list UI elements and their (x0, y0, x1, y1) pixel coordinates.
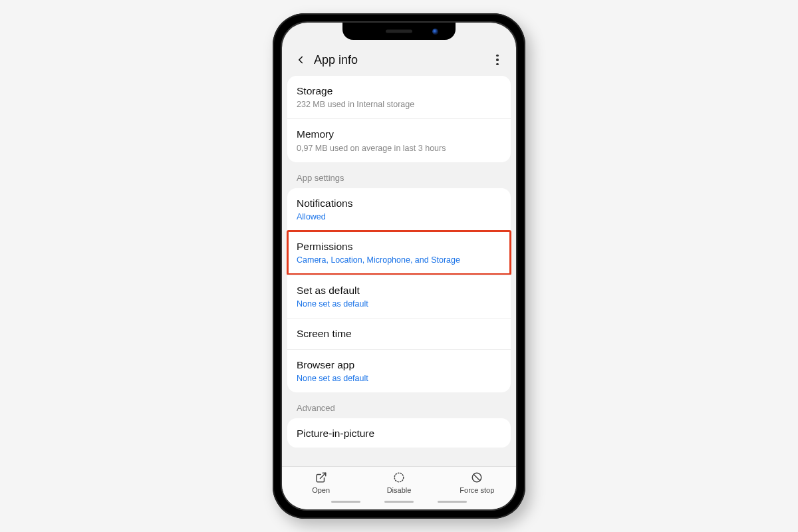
disable-button[interactable]: Disable (369, 471, 429, 494)
row-title: Permissions (297, 240, 501, 253)
section-header-app-settings: App settings (287, 169, 511, 188)
picture-in-picture-row[interactable]: Picture-in-picture (287, 418, 511, 448)
usage-card: Storage 232 MB used in Internal storage … (287, 76, 511, 162)
svg-line-3 (474, 474, 480, 480)
more-vert-icon (496, 55, 499, 57)
settings-scroll-area[interactable]: Storage 232 MB used in Internal storage … (282, 76, 516, 466)
phone-frame: App info Storage 232 MB used in Internal… (273, 13, 525, 519)
back-button[interactable] (291, 51, 310, 69)
permissions-row[interactable]: Permissions Camera, Location, Microphone… (287, 231, 511, 274)
row-title: Memory (297, 128, 501, 141)
notifications-row[interactable]: Notifications Allowed (287, 188, 511, 231)
button-label: Force stop (460, 486, 494, 494)
set-default-row[interactable]: Set as default None set as default (287, 275, 511, 318)
bottom-action-bar: Open Disable Force stop (282, 466, 516, 497)
chevron-left-icon (295, 54, 307, 66)
row-subtitle: Camera, Location, Microphone, and Storag… (297, 255, 501, 265)
button-label: Disable (387, 486, 412, 494)
row-title: Notifications (297, 197, 501, 210)
row-subtitle: None set as default (297, 299, 501, 309)
browser-app-row[interactable]: Browser app None set as default (287, 349, 511, 392)
force-stop-icon (470, 471, 483, 484)
memory-row[interactable]: Memory 0,97 MB used on average in last 3… (287, 118, 511, 162)
advanced-card: Picture-in-picture (287, 418, 511, 448)
screen-time-row[interactable]: Screen time (287, 318, 511, 349)
notch (342, 23, 456, 40)
storage-row[interactable]: Storage 232 MB used in Internal storage (287, 76, 511, 118)
button-label: Open (312, 486, 330, 494)
row-subtitle: 232 MB used in Internal storage (297, 99, 501, 110)
svg-point-1 (394, 473, 404, 482)
force-stop-button[interactable]: Force stop (447, 471, 507, 494)
app-header: App info (282, 41, 516, 76)
screen: App info Storage 232 MB used in Internal… (282, 23, 516, 509)
open-icon (315, 471, 328, 484)
section-header-advanced: Advanced (287, 399, 511, 418)
row-title: Storage (297, 84, 501, 98)
phone-bezel: App info Storage 232 MB used in Internal… (281, 21, 517, 511)
gesture-bar (282, 497, 516, 510)
page-title: App info (314, 53, 358, 67)
open-button[interactable]: Open (291, 471, 351, 494)
disable-icon (392, 471, 406, 484)
svg-line-0 (320, 473, 325, 478)
row-subtitle: 0,97 MB used on average in last 3 hours (297, 143, 501, 154)
row-title: Browser app (297, 358, 501, 372)
front-camera (432, 29, 438, 35)
row-title: Set as default (297, 284, 501, 297)
row-subtitle: None set as default (297, 373, 501, 384)
row-subtitle: Allowed (297, 211, 501, 222)
row-title: Screen time (297, 327, 501, 340)
overflow-menu-button[interactable] (488, 51, 507, 69)
app-settings-card: Notifications Allowed Permissions Camera… (287, 188, 511, 393)
row-title: Picture-in-picture (297, 427, 501, 439)
